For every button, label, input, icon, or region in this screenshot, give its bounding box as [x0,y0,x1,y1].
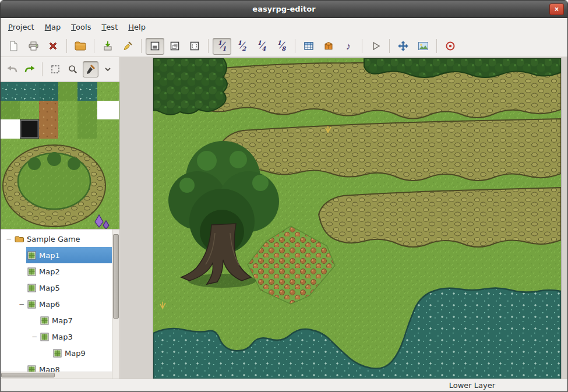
tree-item-label: Sample Game [27,235,80,243]
tree-item-map1[interactable]: Map1 [1,247,112,263]
tree-item-map5[interactable]: Map5 [1,280,112,296]
scrollbar-thumb[interactable] [1,373,55,377]
folder-icon [15,235,24,243]
toolbar-separator [94,39,94,53]
lower-layer-icon [150,41,160,51]
select-button[interactable] [47,61,63,77]
window-title: easyrpg-editor [252,5,315,13]
expander-icon[interactable]: − [17,300,26,308]
play-triangle-icon [371,41,381,51]
menu-bar: Project Map Tools Test Help [1,18,567,36]
map-icon [27,251,36,260]
tree-item-label: Map9 [65,349,86,358]
zoom-1-2-label: 1⁄2 [238,40,246,52]
close-x-icon [48,41,58,51]
tree-item-label: Map5 [39,284,60,292]
menu-map[interactable]: Map [40,18,66,36]
undo-arrow-icon [6,65,18,74]
tileset-palette[interactable] [1,82,119,229]
music-button[interactable]: ♪ [339,38,358,55]
tree-item-label: Map2 [39,267,60,276]
undo-button[interactable] [4,61,20,77]
zoom-button[interactable] [65,61,81,77]
clean-button[interactable] [118,38,137,55]
tree-item-sample-game[interactable]: − Sample Game [1,231,112,247]
tool-toolbar [1,57,119,82]
tree-item-map3[interactable]: − Map3 [1,329,112,345]
debug-button[interactable] [441,38,460,55]
toolbar-separator [295,39,295,53]
menu-test[interactable]: Test [96,18,123,36]
more-tools-button[interactable] [100,61,116,77]
redo-arrow-icon [24,65,36,74]
upper-layer-button[interactable] [165,38,184,55]
map-icon [27,300,36,309]
window-close-button[interactable]: × [549,3,564,15]
toolbar-separator [436,39,437,53]
database-button[interactable] [299,38,318,55]
lower-layer-button[interactable] [146,38,164,55]
printer-button[interactable] [24,38,43,55]
image-button[interactable] [414,38,432,55]
resource-box-icon [323,41,334,51]
toolbar-separator [66,39,67,53]
map-icon [27,284,36,292]
document-button[interactable] [4,38,23,55]
tree-horizontal-scrollbar[interactable] [1,372,112,379]
tree-item-map9[interactable]: Map9 [1,345,112,361]
status-layer-label: Lower Layer [449,381,495,390]
toolbar-separator [208,39,209,53]
chevron-down-icon [104,65,112,73]
toolbar-separator [141,39,142,53]
event-layer-icon [189,41,200,51]
magnifier-icon [68,64,78,75]
app-window: easyrpg-editor × Project Map Tools Test … [0,0,568,392]
close-project-button[interactable] [44,38,62,55]
content-area: − Sample Game [1,57,567,379]
map-icon [27,267,36,276]
toolbar-separator [389,39,390,53]
event-layer-button[interactable] [185,38,204,55]
play-button[interactable] [366,38,385,55]
map-tree: − Sample Game [1,229,119,379]
zoom-1-8-label: 1⁄8 [277,40,285,52]
map-canvas[interactable] [153,58,561,379]
zoom-1-4-button[interactable]: 1⁄4 [252,38,271,55]
tree-item-label: Map1 [39,251,60,260]
zoom-1-8-button[interactable]: 1⁄8 [272,38,291,55]
tree-item-map7[interactable]: Map7 [1,312,112,329]
expander-icon[interactable]: − [4,235,13,243]
resources-button[interactable] [319,38,338,55]
map-view-area [120,57,567,379]
expander-icon[interactable]: − [30,333,39,341]
zoom-1-2-button[interactable]: 1⁄2 [232,38,251,55]
tree-item-label: Map7 [52,316,73,325]
tree-vertical-scrollbar[interactable] [112,229,119,379]
move-button[interactable] [394,38,412,55]
menu-tools[interactable]: Tools [66,18,96,36]
music-note-icon: ♪ [346,41,351,51]
menu-help[interactable]: Help [123,18,151,36]
scrollbar-thumb[interactable] [113,234,119,319]
folder-button[interactable] [71,38,90,55]
tree-item-map6[interactable]: − Map6 [1,296,112,312]
zoom-1-4-label: 1⁄4 [257,40,266,52]
import-arrow-icon [103,41,113,51]
toolbar-separator [362,39,362,53]
close-icon: × [555,6,559,13]
tree-item-label: Map3 [52,333,73,341]
titlebar[interactable]: easyrpg-editor × [1,1,567,18]
tree-item-map2[interactable]: Map2 [1,263,112,280]
move-arrows-icon [397,40,409,52]
debug-circle-icon [445,41,456,51]
draw-button[interactable] [83,61,98,77]
selection-rect-icon [50,64,61,75]
menu-project[interactable]: Project [3,18,40,36]
map-tree-list: − Sample Game [1,229,112,379]
image-icon [418,41,429,51]
import-button[interactable] [98,38,117,55]
redo-button[interactable] [22,61,37,77]
zoom-1-1-button[interactable]: 1⁄1 [213,38,231,55]
database-grid-icon [304,41,314,51]
map-art [153,58,561,379]
